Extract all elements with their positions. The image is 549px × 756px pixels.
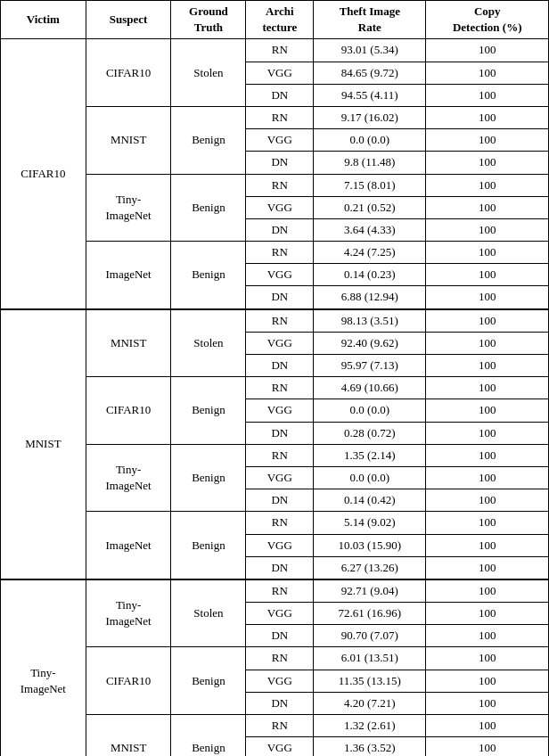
ground-truth-cell: Benign <box>171 444 246 512</box>
suspect-cell: Tiny-ImageNet <box>86 579 171 647</box>
architecture-cell: RN <box>246 309 314 333</box>
victim-cell: MNIST <box>1 309 86 579</box>
architecture-cell: DN <box>246 489 314 512</box>
copy-detection-cell: 100 <box>426 218 549 241</box>
ground-truth-cell: Benign <box>171 106 246 174</box>
architecture-cell: RN <box>246 715 314 737</box>
suspect-cell: CIFAR10 <box>86 377 171 445</box>
architecture-cell: DN <box>246 355 314 377</box>
copy-detection-cell: 100 <box>426 309 549 333</box>
architecture-cell: VGG <box>246 466 314 489</box>
copy-detection-cell: 100 <box>426 39 549 62</box>
copy-detection-cell: 100 <box>426 444 549 466</box>
theft-rate-cell: 6.27 (13.26) <box>314 556 426 579</box>
theft-rate-cell: 10.03 (15.90) <box>314 534 426 556</box>
copy-detection-cell: 100 <box>426 556 549 579</box>
table-row: Tiny-ImageNetTiny-ImageNetStolenRN92.71 … <box>1 579 549 603</box>
architecture-cell: DN <box>246 556 314 579</box>
theft-rate-cell: 5.14 (9.02) <box>314 512 426 534</box>
theft-rate-cell: 0.14 (0.23) <box>314 264 426 286</box>
suspect-cell: Tiny-ImageNet <box>86 444 171 512</box>
ground-truth-cell: Benign <box>171 512 246 579</box>
copy-detection-cell: 100 <box>426 512 549 534</box>
copy-detection-cell: 100 <box>426 399 549 422</box>
architecture-cell: RN <box>246 377 314 399</box>
copy-detection-cell: 100 <box>426 625 549 647</box>
theft-rate-cell: 94.55 (4.11) <box>314 84 426 106</box>
copy-detection-cell: 100 <box>426 355 549 377</box>
architecture-cell: DN <box>246 286 314 309</box>
copy-detection-cell: 100 <box>426 534 549 556</box>
theft-rate-cell: 1.36 (3.52) <box>314 737 426 756</box>
ground-truth-cell: Benign <box>171 174 246 242</box>
copy-detection-cell: 100 <box>426 106 549 128</box>
header-ground-truth: Ground Truth <box>171 1 246 39</box>
header-architecture: Archi tecture <box>246 1 314 39</box>
copy-detection-cell: 100 <box>426 715 549 737</box>
architecture-cell: RN <box>246 647 314 670</box>
architecture-cell: DN <box>246 422 314 444</box>
architecture-cell: VGG <box>246 129 314 152</box>
copy-detection-cell: 100 <box>426 62 549 84</box>
theft-rate-cell: 1.32 (2.61) <box>314 715 426 737</box>
theft-rate-cell: 84.65 (9.72) <box>314 62 426 84</box>
theft-rate-cell: 6.88 (12.94) <box>314 286 426 309</box>
theft-rate-cell: 93.01 (5.34) <box>314 39 426 62</box>
ground-truth-cell: Stolen <box>171 39 246 107</box>
ground-truth-cell: Stolen <box>171 579 246 647</box>
suspect-cell: Tiny-ImageNet <box>86 174 171 242</box>
theft-rate-cell: 95.97 (7.13) <box>314 355 426 377</box>
theft-rate-cell: 1.35 (2.14) <box>314 444 426 466</box>
copy-detection-cell: 100 <box>426 377 549 399</box>
copy-detection-cell: 100 <box>426 670 549 692</box>
theft-rate-cell: 92.71 (9.04) <box>314 579 426 603</box>
architecture-cell: DN <box>246 152 314 174</box>
architecture-cell: VGG <box>246 399 314 422</box>
copy-detection-cell: 100 <box>426 466 549 489</box>
ground-truth-cell: Benign <box>171 715 246 757</box>
copy-detection-cell: 100 <box>426 84 549 106</box>
architecture-cell: DN <box>246 84 314 106</box>
results-table: Victim Suspect Ground Truth Archi tectur… <box>0 0 549 756</box>
architecture-cell: RN <box>246 106 314 128</box>
table-row: MNISTMNISTStolenRN98.13 (3.51)100 <box>1 309 549 333</box>
suspect-cell: CIFAR10 <box>86 647 171 715</box>
theft-rate-cell: 72.61 (16.96) <box>314 603 426 625</box>
theft-rate-cell: 7.15 (8.01) <box>314 174 426 196</box>
architecture-cell: VGG <box>246 62 314 84</box>
theft-rate-cell: 0.21 (0.52) <box>314 196 426 218</box>
theft-rate-cell: 92.40 (9.62) <box>314 332 426 354</box>
architecture-cell: DN <box>246 625 314 647</box>
ground-truth-cell: Benign <box>171 242 246 309</box>
suspect-cell: ImageNet <box>86 512 171 579</box>
victim-cell: CIFAR10 <box>1 39 86 309</box>
architecture-cell: VGG <box>246 332 314 354</box>
copy-detection-cell: 100 <box>426 489 549 512</box>
copy-detection-cell: 100 <box>426 152 549 174</box>
copy-detection-cell: 100 <box>426 242 549 264</box>
architecture-cell: RN <box>246 242 314 264</box>
copy-detection-cell: 100 <box>426 196 549 218</box>
table-wrapper: Victim Suspect Ground Truth Archi tectur… <box>0 0 549 756</box>
theft-rate-cell: 0.0 (0.0) <box>314 129 426 152</box>
copy-detection-cell: 100 <box>426 332 549 354</box>
suspect-cell: ImageNet <box>86 242 171 309</box>
header-row: Victim Suspect Ground Truth Archi tectur… <box>1 1 549 39</box>
theft-rate-cell: 3.64 (4.33) <box>314 218 426 241</box>
suspect-cell: CIFAR10 <box>86 39 171 107</box>
theft-rate-cell: 0.14 (0.42) <box>314 489 426 512</box>
theft-rate-cell: 9.8 (11.48) <box>314 152 426 174</box>
copy-detection-cell: 100 <box>426 174 549 196</box>
ground-truth-cell: Benign <box>171 377 246 445</box>
ground-truth-cell: Benign <box>171 647 246 715</box>
theft-rate-cell: 4.20 (7.21) <box>314 692 426 714</box>
architecture-cell: VGG <box>246 534 314 556</box>
header-victim: Victim <box>1 1 86 39</box>
architecture-cell: RN <box>246 444 314 466</box>
theft-rate-cell: 4.69 (10.66) <box>314 377 426 399</box>
architecture-cell: VGG <box>246 603 314 625</box>
theft-rate-cell: 0.28 (0.72) <box>314 422 426 444</box>
copy-detection-cell: 100 <box>426 286 549 309</box>
theft-rate-cell: 4.24 (7.25) <box>314 242 426 264</box>
copy-detection-cell: 100 <box>426 692 549 714</box>
